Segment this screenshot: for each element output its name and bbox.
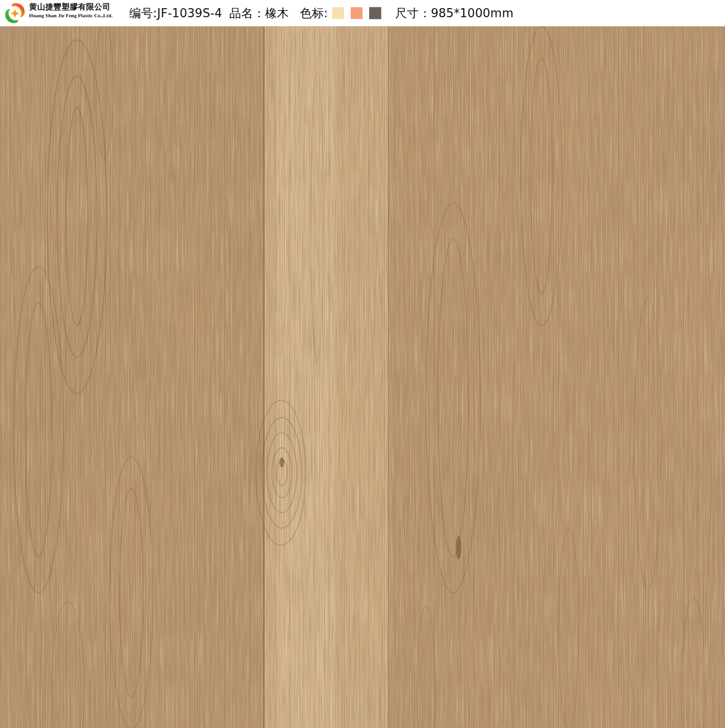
color-standard-label: 色标: <box>300 5 328 21</box>
color-swatches <box>332 7 381 19</box>
wood-texture <box>0 26 725 728</box>
product-name-label: 品名： <box>229 6 265 20</box>
company-logo-icon <box>4 2 26 24</box>
swatch-dark-taupe <box>369 7 381 19</box>
product-code: 编号:JF-1039S-4 <box>129 5 222 21</box>
swatch-salmon <box>351 7 362 19</box>
company-name-block: 黄山捷豐塑膠有限公司 Huang Shan Jie Feng Plastic C… <box>29 3 115 18</box>
product-name: 品名：橡木 <box>229 5 289 21</box>
swatch-light-cream <box>332 7 344 19</box>
product-size-value: 985*1000mm <box>431 6 513 20</box>
product-name-value: 橡木 <box>265 6 289 20</box>
product-size-label: 尺寸： <box>395 6 431 20</box>
product-code-label: 编号: <box>129 6 157 20</box>
company-name-zh: 黄山捷豐塑膠有限公司 <box>29 3 115 11</box>
product-code-value: JF-1039S-4 <box>157 6 222 20</box>
product-size: 尺寸：985*1000mm <box>395 5 513 21</box>
wood-sample-image <box>0 26 725 728</box>
company-name-en: Huang Shan Jie Feng Plastic Co.,Ltd. <box>29 13 115 18</box>
product-header: 黄山捷豐塑膠有限公司 Huang Shan Jie Feng Plastic C… <box>0 0 725 26</box>
